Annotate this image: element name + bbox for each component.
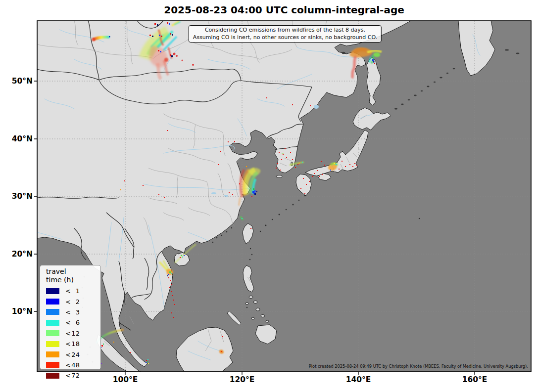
legend-swatch [46,288,59,294]
x-axis-labels: 100°E 120°E 140°E 160°E [113,375,488,384]
annotation-box: Considering CO emissions from wildfires … [189,25,382,43]
legend-swatch [46,373,59,379]
y-tick-label: 20°N [12,250,33,259]
legend-label: <24 [65,351,80,358]
legend-swatch [46,330,59,336]
legend: travel time (h) <1<2<3<6<12<18<24<48<72 [40,265,101,370]
legend-title-line2: time (h) [46,276,100,284]
legend-label: <72 [65,372,80,379]
legend-label: <12 [65,330,80,337]
x-tick-label: 160°E [462,375,488,384]
legend-swatch [46,309,59,315]
annotation-line2: Assuming CO is inert, no other sources o… [193,34,377,41]
legend-item: <18 [46,339,100,349]
legend-title-line1: travel [46,267,100,276]
legend-item: <6 [46,317,100,328]
credit-text: Plot created 2025-08-24 09:49 UTC by Chr… [309,364,528,369]
lake-khanka [314,105,319,109]
legend-label: <48 [65,361,80,369]
legend-items: <1<2<3<6<12<18<24<48<72 [46,286,100,381]
legend-swatch [46,351,59,357]
legend-item: <1 [46,286,100,296]
legend-item: <24 [46,349,100,359]
island-jeju [276,175,282,178]
y-tick-label: 40°N [12,134,33,143]
legend-label: <3 [65,308,80,316]
legend-swatch [46,299,59,305]
x-tick-label: 100°E [113,375,138,384]
legend-label: <2 [65,298,80,305]
annotation-line1: Considering CO emissions from wildfires … [193,26,377,34]
legend-title: travel time (h) [46,267,100,284]
x-tick-label: 120°E [230,375,255,384]
y-tick-label: 10°N [12,307,33,316]
legend-item: <48 [46,360,100,370]
legend-swatch [46,320,59,326]
legend-swatch [46,362,59,368]
legend-item: <3 [46,307,100,317]
figure: 2025-08-23 04:00 UTC column-integral-age [0,0,538,392]
legend-label: <6 [65,319,80,326]
legend-item: <72 [46,370,100,381]
legend-item: <12 [46,328,100,339]
legend-swatch [46,341,59,347]
y-tick-label: 30°N [12,192,33,201]
y-axis-labels: 50°N 40°N 30°N 20°N 10°N [12,77,33,316]
x-tick-label: 140°E [346,375,371,384]
y-tick-label: 50°N [12,77,33,86]
legend-label: <18 [65,340,80,348]
legend-item: <2 [46,296,100,306]
legend-label: <1 [65,287,80,295]
